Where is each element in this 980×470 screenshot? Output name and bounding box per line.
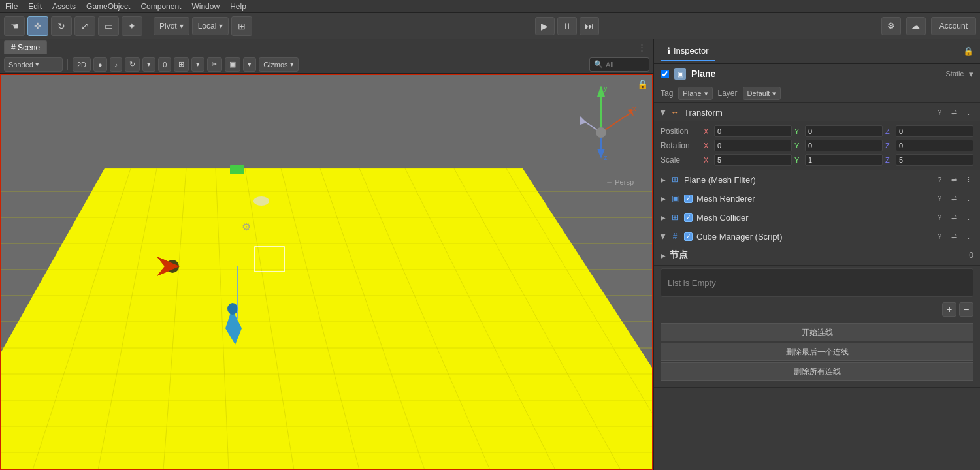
hidden-objects-count[interactable]: 0 (158, 57, 171, 72)
delete-last-button[interactable]: 删除最后一个连线 (661, 343, 973, 361)
menu-file[interactable]: File (5, 2, 18, 11)
transform-more-btn[interactable]: ⋮ (963, 107, 973, 118)
menu-component[interactable]: Component (140, 2, 181, 11)
mesh-renderer-help-btn[interactable]: ? (934, 193, 945, 204)
nodes-arrow[interactable]: ▶ (661, 252, 666, 259)
start-connect-label: 开始连线 (802, 327, 833, 338)
menu-gameobject[interactable]: GameObject (86, 2, 130, 11)
effects-toggle[interactable]: ↻ (125, 57, 140, 72)
menu-help[interactable]: Help (230, 2, 246, 11)
transform-settings-btn[interactable]: ⇌ (949, 107, 959, 118)
rotation-label: Rotation (661, 141, 700, 150)
rotate-tool-button[interactable]: ↻ (51, 16, 72, 36)
transform-actions: ? ⇌ ⋮ (934, 107, 973, 118)
menu-assets[interactable]: Assets (52, 2, 76, 11)
rotation-x-input[interactable]: 0 (714, 140, 792, 151)
svg-text:x: x (632, 104, 636, 112)
mesh-filter-header[interactable]: ▶ ⊞ Plane (Mesh Filter) ? ⇌ ⋮ (654, 170, 980, 189)
audio-toggle[interactable]: ♪ (110, 57, 123, 72)
move-tool-button[interactable]: ✛ (27, 16, 48, 36)
rect-tool-button[interactable]: ▭ (98, 16, 119, 36)
nodes-header: ▶ 节点 0 (654, 245, 980, 266)
action-buttons-area: 开始连线 删除最后一个连线 删除所有连线 (654, 319, 980, 387)
scene-tab[interactable]: # Scene (4, 40, 47, 54)
inspector-lock-icon[interactable]: 🔒 (963, 46, 973, 56)
snap-toggle[interactable]: ✂ (207, 57, 222, 72)
cube-manager-help-btn[interactable]: ? (934, 231, 945, 242)
delete-all-button[interactable]: 删除所有连线 (661, 362, 973, 381)
rotation-z-input[interactable]: 0 (896, 140, 973, 151)
scale-z-input[interactable]: 5 (896, 154, 973, 166)
position-x-input[interactable]: 0 (714, 125, 792, 137)
svg-point-47 (596, 127, 606, 138)
transform-component-header[interactable]: ▶ ↔ Transform ? ⇌ ⋮ (654, 103, 980, 121)
mesh-collider-header[interactable]: ▶ ⊞ ✓ Mesh Collider ? ⇌ ⋮ (654, 208, 980, 227)
scene-viewport[interactable]: ⚙ y (0, 74, 653, 470)
mesh-collider-checkbox[interactable]: ✓ (684, 213, 693, 222)
play-button[interactable]: ▶ (535, 17, 555, 35)
position-y-input[interactable]: 0 (805, 125, 883, 137)
mesh-renderer-more-btn[interactable]: ⋮ (963, 193, 973, 204)
cube-manager-header[interactable]: ▶ # ✓ Cube Manager (Script) ? ⇌ ⋮ (654, 227, 980, 245)
cube-manager-checkbox[interactable]: ✓ (684, 232, 693, 241)
cube-manager-actions: ? ⇌ ⋮ (934, 231, 973, 242)
scale-tool-button[interactable]: ⤢ (74, 16, 95, 36)
gizmos-label: Gizmos (263, 61, 287, 69)
effects-dropdown-arrow[interactable]: ▾ (142, 57, 155, 72)
mesh-collider-settings-btn[interactable]: ⇌ (949, 212, 959, 223)
grid-dropdown-arrow[interactable]: ▾ (191, 57, 204, 72)
cloud-button[interactable]: ☁ (906, 17, 926, 35)
scale-y-input[interactable]: 1 (805, 154, 883, 166)
mesh-collider-more-btn[interactable]: ⋮ (963, 212, 973, 223)
hand-tool-button[interactable]: ☚ (4, 16, 25, 36)
step-button[interactable]: ⏭ (580, 17, 599, 35)
pause-button[interactable]: ⏸ (557, 17, 577, 35)
mesh-collider-help-btn[interactable]: ? (934, 212, 945, 223)
scene-panel: # Scene ⋮ Shaded ▾ 2D ● ♪ ↻ ▾ 0 ⊞ ▾ ✂ ▣ … (0, 39, 653, 470)
menu-edit[interactable]: Edit (28, 2, 42, 11)
menu-window[interactable]: Window (191, 2, 220, 11)
scale-x-input[interactable]: 5 (714, 154, 792, 166)
lighting-toggle[interactable]: ● (93, 57, 107, 72)
tag-dropdown[interactable]: Plane ▾ (678, 87, 712, 100)
transform-tool-button[interactable]: ✦ (122, 16, 142, 36)
mesh-filter-settings-btn[interactable]: ⇌ (949, 174, 959, 185)
tag-dropdown-arrow: ▾ (704, 89, 708, 98)
account-button[interactable]: Account (931, 17, 976, 35)
static-dropdown-arrow[interactable]: ▾ (969, 69, 973, 79)
position-z-input[interactable]: 0 (896, 125, 973, 137)
render-dropdown-arrow[interactable]: ▾ (243, 57, 256, 72)
cube-manager-settings-btn[interactable]: ⇌ (949, 231, 959, 242)
mesh-renderer-settings-btn[interactable]: ⇌ (949, 193, 959, 204)
layer-dropdown[interactable]: Default ▾ (743, 87, 781, 100)
rotation-y-input[interactable]: 0 (805, 140, 883, 151)
mesh-renderer-header[interactable]: ▶ ▣ ✓ Mesh Renderer ? ⇌ ⋮ (654, 189, 980, 208)
start-connect-button[interactable]: 开始连线 (661, 323, 973, 341)
object-active-checkbox[interactable] (661, 70, 669, 78)
gizmos-toggle[interactable]: Gizmos ▾ (259, 57, 298, 72)
mesh-renderer-checkbox[interactable]: ✓ (684, 195, 693, 203)
cube-manager-more-btn[interactable]: ⋮ (963, 231, 973, 242)
nodes-section: ▶ 节点 0 List is Empty + − 开始连线 删除最后一个 (654, 245, 980, 387)
snap-button[interactable]: ⊞ (231, 16, 252, 36)
nodes-remove-button[interactable]: − (959, 302, 973, 317)
transform-help-btn[interactable]: ? (934, 107, 945, 118)
scene-search-input[interactable] (606, 61, 645, 69)
render-mode-toggle[interactable]: ▣ (225, 57, 240, 72)
mesh-filter-help-btn[interactable]: ? (934, 174, 945, 185)
account-label: Account (939, 22, 968, 31)
scene-svg: ⚙ (0, 74, 653, 470)
2d-toggle[interactable]: 2D (73, 57, 91, 72)
mesh-collider-component: ▶ ⊞ ✓ Mesh Collider ? ⇌ ⋮ (654, 208, 980, 227)
local-dropdown[interactable]: Local ▾ (192, 17, 229, 35)
toolbar-separator-1 (148, 18, 148, 34)
mesh-filter-more-btn[interactable]: ⋮ (963, 174, 973, 185)
mesh-renderer-actions: ? ⇌ ⋮ (934, 193, 973, 204)
nodes-add-button[interactable]: + (942, 302, 956, 317)
collab-button[interactable]: ⚙ (881, 17, 901, 35)
scene-tab-more[interactable]: ⋮ (634, 41, 649, 53)
inspector-tab[interactable]: ℹ Inspector (661, 42, 715, 61)
grid-toggle[interactable]: ⊞ (174, 57, 189, 72)
pivot-dropdown[interactable]: Pivot ▾ (154, 17, 189, 35)
shaded-dropdown[interactable]: Shaded ▾ (4, 57, 63, 72)
